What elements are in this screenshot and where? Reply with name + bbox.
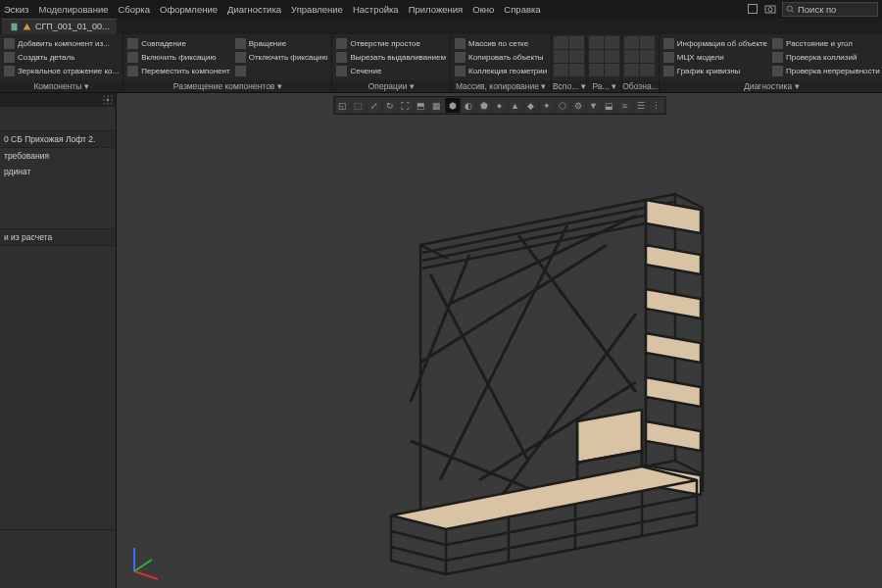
ribbon-icon-button[interactable] — [624, 64, 639, 76]
ribbon-icon-button[interactable] — [640, 50, 655, 63]
view-tool-button[interactable]: ⋮ — [649, 98, 663, 113]
ribbon-button[interactable]: Переместить компонент — [125, 64, 232, 77]
view-tool-button[interactable]: ⛶ — [398, 98, 413, 113]
viewport-3d[interactable]: ◱⬚⤢↻⛶⬒▦⬢◐⬟●▲◆✦⬡⚙▼⬓≡☰⋮ — [117, 93, 882, 588]
layers-icon[interactable] — [747, 3, 759, 15]
ribbon-button[interactable]: Зеркальное отражение ко... — [2, 64, 121, 77]
button-label: График кривизны — [677, 67, 741, 75]
view-tool-button[interactable]: ⬓ — [602, 98, 616, 113]
button-label: Переместить компонент — [141, 67, 230, 75]
view-icon: ⛶ — [401, 101, 410, 111]
ribbon-icon-button[interactable] — [640, 64, 655, 76]
model-tree-panel: 0 СБ Прихожая Лофт 2. требования рдинат … — [0, 93, 117, 588]
menu-window[interactable]: Окно — [472, 4, 494, 15]
view-tool-button[interactable]: ▼ — [586, 98, 601, 113]
view-toolbar: ◱⬚⤢↻⛶⬒▦⬢◐⬟●▲◆✦⬡⚙▼⬓≡☰⋮ — [333, 96, 665, 115]
view-tool-button[interactable]: ⬟ — [476, 98, 491, 113]
ribbon-icon-button[interactable] — [605, 50, 619, 63]
ribbon-button[interactable]: Массив по сетке — [453, 36, 549, 50]
menu-drafting[interactable]: Оформление — [160, 4, 218, 15]
view-tool-button[interactable]: ≡ — [617, 98, 632, 113]
menu-apps[interactable]: Приложения — [409, 4, 464, 15]
ribbon-button[interactable]: Расстояние и угол — [770, 36, 882, 50]
button-label: Информация об объекте — [677, 39, 767, 48]
view-tool-button[interactable]: ⚙ — [570, 98, 585, 113]
menu-help[interactable]: Справка — [504, 4, 540, 15]
ribbon-icon-button[interactable] — [554, 36, 568, 49]
ribbon-button[interactable]: Сечение — [334, 64, 448, 77]
ribbon-icon-button[interactable] — [605, 64, 619, 76]
tree-row-assembly[interactable]: 0 СБ Прихожая Лофт 2. — [0, 130, 116, 148]
tool-icon — [127, 52, 138, 63]
ribbon-button[interactable]: Проверка коллизий — [770, 50, 882, 64]
menu-settings[interactable]: Настройка — [353, 4, 399, 15]
svg-marker-12 — [646, 421, 701, 451]
view-tool-button[interactable]: ◐ — [461, 98, 475, 113]
gear-icon[interactable] — [103, 95, 113, 105]
document-tab[interactable]: СГП_001_01_00... — [2, 19, 117, 34]
view-tool-button[interactable]: ● — [492, 98, 507, 113]
menu-modeling[interactable]: Моделирование — [38, 4, 108, 15]
view-tool-button[interactable]: ▦ — [429, 98, 444, 113]
ribbon-button[interactable]: Добавить компонент из... — [2, 36, 121, 50]
view-tool-button[interactable]: ✦ — [539, 98, 554, 113]
ribbon-icon-button[interactable] — [569, 50, 584, 63]
menu-bar: Эскиз Моделирование Сборка Оформление Ди… — [0, 0, 882, 18]
ribbon-button[interactable]: Информация об объекте — [662, 36, 769, 50]
ribbon-button[interactable]: Отключить фиксацию — [233, 50, 330, 64]
view-tool-button[interactable]: ▲ — [508, 98, 522, 113]
ribbon-group: СовпадениеВключить фиксациюПереместить к… — [123, 34, 332, 92]
view-icon: ≡ — [622, 101, 627, 111]
menu-assembly[interactable]: Сборка — [119, 4, 151, 15]
ribbon-button[interactable]: Отверстие простое — [334, 36, 448, 50]
view-tool-button[interactable]: ◱ — [335, 98, 350, 113]
ribbon: Добавить компонент из...Создать детальЗе… — [0, 34, 882, 93]
ribbon-icon-button[interactable] — [554, 50, 568, 63]
ribbon-button[interactable]: МЦХ модели — [662, 50, 769, 64]
tool-icon — [455, 52, 466, 63]
ribbon-button[interactable] — [233, 64, 330, 77]
menu-sketch[interactable]: Эскиз — [4, 4, 28, 15]
view-tool-button[interactable]: ↻ — [382, 98, 397, 113]
menu-manage[interactable]: Управление — [291, 4, 343, 15]
ribbon-icon-button[interactable] — [624, 50, 639, 63]
ribbon-icon-button[interactable] — [554, 64, 568, 76]
view-tool-button[interactable]: ☰ — [633, 98, 648, 113]
document-tabs: СГП_001_01_00... — [0, 18, 882, 34]
ribbon-icon-button[interactable] — [589, 64, 604, 76]
ribbon-button[interactable]: Коллекция геометрии — [453, 64, 549, 77]
tree-row[interactable]: рдинат — [0, 164, 116, 179]
ribbon-button[interactable]: Копировать объекты — [453, 50, 549, 64]
ribbon-button[interactable]: Проверка непрерывности — [770, 64, 882, 77]
ribbon-group: Отверстие простоеВырезать выдавливаниемС… — [332, 34, 451, 92]
svg-line-19 — [134, 560, 152, 571]
ribbon-button[interactable]: Совпадение — [125, 36, 232, 50]
button-label: Отверстие простое — [350, 39, 419, 48]
ribbon-button[interactable]: График кривизны — [662, 64, 769, 77]
ribbon-button[interactable]: Вращение — [233, 36, 330, 50]
ribbon-button[interactable]: Вырезать выдавливанием — [334, 50, 448, 64]
button-label: Вращение — [249, 39, 287, 48]
view-tool-button[interactable]: ◆ — [523, 98, 538, 113]
ribbon-button[interactable]: Создать деталь — [2, 50, 121, 64]
ribbon-icon-button[interactable] — [624, 36, 639, 49]
search-input[interactable]: Поиск по — [782, 2, 878, 17]
button-label: Вырезать выдавливанием — [350, 53, 446, 62]
view-tool-button[interactable]: ⤢ — [367, 98, 381, 113]
camera-icon[interactable] — [764, 3, 776, 15]
menu-diagnostics[interactable]: Диагностика — [227, 4, 281, 15]
view-tool-button[interactable]: ⬢ — [445, 98, 460, 113]
tree-row[interactable]: требования — [0, 148, 116, 164]
ribbon-icon-button[interactable] — [605, 36, 619, 49]
tool-icon — [336, 66, 347, 76]
ribbon-icon-button[interactable] — [640, 36, 655, 49]
ribbon-icon-button[interactable] — [569, 64, 584, 76]
ribbon-icon-button[interactable] — [589, 50, 604, 63]
ribbon-icon-button[interactable] — [569, 36, 584, 49]
view-tool-button[interactable]: ⬚ — [351, 98, 366, 113]
ribbon-icon-button[interactable] — [589, 36, 604, 49]
ribbon-button[interactable]: Включить фиксацию — [125, 50, 232, 64]
view-tool-button[interactable]: ⬒ — [414, 98, 428, 113]
view-tool-button[interactable]: ⬡ — [555, 98, 569, 113]
tree-row[interactable]: и из расчета — [0, 228, 116, 246]
